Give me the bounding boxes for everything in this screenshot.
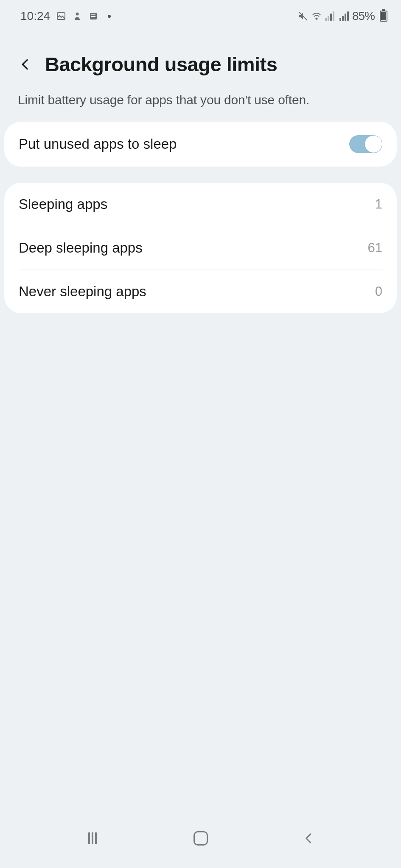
nav-recents-button[interactable] [84, 830, 101, 847]
put-unused-apps-to-sleep-toggle[interactable] [349, 135, 382, 153]
never-sleeping-apps-label: Never sleeping apps [19, 284, 146, 300]
svg-point-6 [316, 18, 317, 19]
sleeping-apps-count: 1 [375, 197, 382, 212]
app-lists-card: Sleeping apps 1 Deep sleeping apps 61 Ne… [4, 183, 397, 313]
never-sleeping-apps-count: 0 [375, 284, 382, 299]
back-icon[interactable] [19, 58, 32, 71]
page-subtitle: Limit battery usage for apps that you do… [0, 86, 401, 122]
put-unused-apps-to-sleep-row[interactable]: Put unused apps to sleep [4, 122, 397, 167]
status-left: 10:24 [20, 9, 111, 23]
put-unused-apps-to-sleep-label: Put unused apps to sleep [19, 136, 177, 152]
svg-rect-4 [91, 16, 95, 17]
sleeping-apps-label: Sleeping apps [19, 196, 107, 212]
mute-vibrate-icon [298, 11, 308, 21]
status-time: 10:24 [20, 9, 50, 23]
deep-sleeping-apps-label: Deep sleeping apps [19, 240, 143, 256]
svg-rect-3 [91, 14, 95, 15]
page-header: Background usage limits [0, 27, 401, 86]
picture-icon [56, 11, 66, 21]
nav-back-button[interactable] [300, 830, 317, 847]
status-bar: 10:24 85% [0, 0, 401, 27]
note-icon [88, 11, 98, 21]
battery-icon [380, 11, 387, 22]
more-notifications-dot [108, 15, 111, 18]
sleeping-apps-row[interactable]: Sleeping apps 1 [4, 183, 397, 226]
person-icon [72, 11, 82, 21]
deep-sleeping-apps-row[interactable]: Deep sleeping apps 61 [19, 226, 382, 270]
never-sleeping-apps-row[interactable]: Never sleeping apps 0 [19, 270, 382, 313]
nav-home-button[interactable] [192, 830, 209, 847]
toggle-card: Put unused apps to sleep [4, 122, 397, 167]
deep-sleeping-apps-count: 61 [368, 240, 382, 256]
signal-1-icon [325, 11, 334, 21]
page-title: Background usage limits [45, 53, 277, 76]
nav-bar [0, 817, 401, 868]
svg-point-1 [76, 13, 79, 16]
signal-2-icon [339, 11, 349, 21]
battery-percent: 85% [352, 9, 375, 23]
status-right: 85% [298, 9, 387, 23]
wifi-icon [311, 11, 322, 21]
